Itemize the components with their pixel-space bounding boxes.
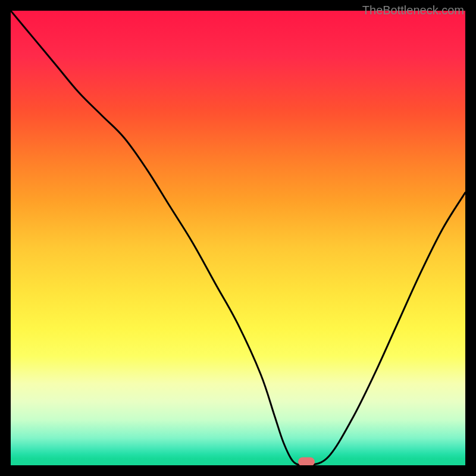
chart-line-svg bbox=[11, 11, 465, 465]
chart-plot-area bbox=[11, 11, 465, 465]
optimal-point-marker bbox=[298, 458, 315, 466]
bottleneck-curve bbox=[11, 11, 465, 465]
watermark-text: TheBottleneck.com bbox=[362, 4, 464, 17]
